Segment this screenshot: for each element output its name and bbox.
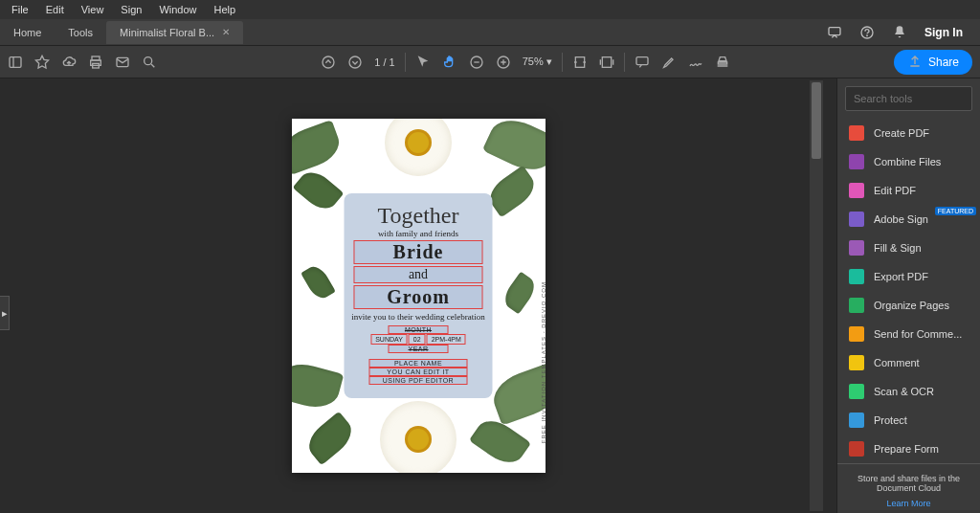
search-tools-input[interactable] (845, 86, 972, 111)
tool-item-2[interactable]: Edit PDF (837, 176, 980, 205)
svg-rect-0 (829, 27, 840, 34)
invitation-card: Together with family and friends Bride a… (345, 193, 493, 398)
edit1-field[interactable]: YOU CAN EDIT IT (369, 368, 468, 376)
hand-icon[interactable] (442, 55, 457, 70)
and-field[interactable]: and (354, 266, 483, 283)
tool-icon (849, 212, 864, 227)
tab-tools[interactable]: Tools (55, 21, 106, 44)
document-canvas[interactable]: ▸ FREE INVITATION TEMPLATES - DREVIO.COM… (0, 78, 836, 513)
svg-point-9 (323, 56, 334, 68)
svg-point-8 (145, 56, 152, 64)
tab-bar: Home Tools Minimalist Floral B... ✕ Sign… (0, 19, 980, 46)
date-field[interactable]: 02 (409, 334, 426, 345)
comment-icon[interactable] (635, 55, 650, 70)
tool-icon (849, 154, 864, 169)
tab-document-label: Minimalist Floral B... (120, 27, 214, 38)
svg-rect-3 (10, 56, 21, 67)
svg-point-2 (867, 35, 868, 36)
stamp-icon[interactable] (715, 55, 730, 70)
watermark-text: FREE INVITATION TEMPLATES - DREVIO.COM (542, 281, 546, 443)
edit2-field[interactable]: USING PDF EDITOR (369, 376, 468, 385)
zoom-out-icon[interactable] (469, 55, 484, 70)
date-row: SUNDAY 02 2PM-4PM (350, 334, 487, 345)
tool-item-8[interactable]: Comment (837, 348, 980, 377)
tool-item-7[interactable]: Send for Comme... (837, 320, 980, 348)
invite-text: invite you to their wedding celebration (350, 312, 487, 322)
tool-label: Export PDF (874, 271, 928, 282)
tool-item-4[interactable]: Fill & Sign (837, 234, 980, 262)
tool-icon (849, 355, 864, 370)
sign-in-button[interactable]: Sign In (924, 26, 963, 39)
menu-window[interactable]: Window (151, 2, 204, 17)
day-field[interactable]: SUNDAY (370, 334, 408, 345)
tool-label: Edit PDF (874, 185, 916, 196)
tool-icon (849, 269, 864, 284)
tool-label: Scan & OCR (874, 386, 934, 397)
svg-point-10 (349, 56, 361, 68)
tools-sidebar: Create PDFCombine FilesEdit PDFAdobe Sig… (836, 78, 980, 513)
help-icon[interactable] (859, 25, 875, 40)
tool-icon (849, 326, 864, 342)
print-icon[interactable] (88, 55, 103, 70)
select-icon[interactable] (415, 55, 431, 70)
tool-item-3[interactable]: Adobe SignFEATURED (837, 205, 980, 234)
page-down-icon[interactable] (347, 55, 363, 70)
tool-item-5[interactable]: Export PDF (837, 262, 980, 291)
expand-left-handle[interactable]: ▸ (0, 296, 10, 330)
tool-label: Comment (874, 357, 920, 368)
tab-home[interactable]: Home (0, 21, 55, 44)
tool-item-0[interactable]: Create PDF (837, 119, 980, 147)
menu-edit[interactable]: Edit (38, 2, 72, 17)
tool-icon (849, 384, 864, 399)
pdf-page: FREE INVITATION TEMPLATES - DREVIO.COM T… (292, 119, 546, 473)
chat-icon[interactable] (827, 25, 842, 40)
sign-icon[interactable] (688, 55, 703, 70)
month-field[interactable]: MONTH (389, 325, 449, 334)
fit-width-icon[interactable] (572, 55, 588, 70)
year-field[interactable]: YEAR (389, 345, 449, 353)
tool-item-9[interactable]: Scan & OCR (837, 377, 980, 406)
featured-badge: FEATURED (935, 207, 976, 215)
tool-label: Prepare Form (874, 443, 939, 455)
vertical-scrollbar[interactable] (810, 80, 823, 511)
page-up-icon[interactable] (321, 55, 336, 70)
tool-item-11[interactable]: Prepare Form (837, 435, 980, 463)
menu-file[interactable]: File (4, 2, 36, 17)
learn-more-link[interactable]: Learn More (845, 499, 972, 508)
star-icon[interactable] (34, 55, 50, 70)
menu-bar: File Edit View Sign Window Help (0, 0, 980, 19)
tool-icon (849, 240, 864, 256)
fit-page-icon[interactable] (599, 55, 614, 70)
tool-icon (849, 298, 864, 313)
tool-item-10[interactable]: Protect (837, 406, 980, 435)
groom-field[interactable]: Groom (354, 285, 483, 309)
bell-icon[interactable] (892, 25, 907, 40)
tool-icon (849, 413, 864, 428)
close-icon[interactable]: ✕ (222, 27, 230, 37)
tool-item-6[interactable]: Organize Pages (837, 291, 980, 320)
zoom-in-icon[interactable] (496, 55, 511, 70)
zoom-level[interactable]: 75% ▾ (523, 56, 552, 68)
sidebar-toggle-icon[interactable] (8, 55, 23, 70)
withfam-text: with family and friends (350, 229, 487, 238)
time-field[interactable]: 2PM-4PM (427, 334, 466, 345)
tool-label: Protect (874, 414, 907, 426)
tool-label: Send for Comme... (874, 328, 962, 340)
tool-label: Adobe Sign (874, 213, 928, 225)
share-button[interactable]: Share (894, 50, 972, 75)
menu-help[interactable]: Help (207, 2, 244, 17)
svg-rect-13 (575, 56, 584, 67)
tool-item-1[interactable]: Combine Files (837, 147, 980, 176)
promo-text: Store and share files in the Document Cl… (845, 474, 972, 493)
tab-document[interactable]: Minimalist Floral B... ✕ (106, 21, 243, 44)
place-field[interactable]: PLACE NAME (369, 359, 468, 368)
email-icon[interactable] (115, 55, 130, 70)
menu-sign[interactable]: Sign (113, 2, 149, 17)
cloud-icon[interactable] (61, 55, 77, 70)
highlight-icon[interactable] (661, 55, 677, 70)
search-icon[interactable] (142, 55, 157, 70)
bride-field[interactable]: Bride (354, 240, 483, 264)
menu-view[interactable]: View (74, 2, 112, 17)
tool-label: Create PDF (874, 127, 929, 139)
tool-icon (849, 441, 864, 457)
